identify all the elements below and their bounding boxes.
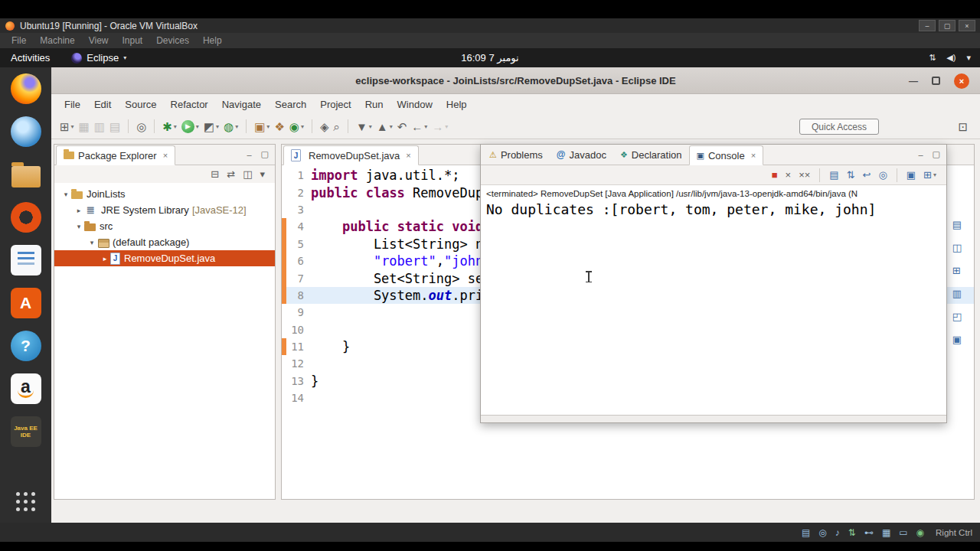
coverage-icon[interactable]: ◩▾ [204, 121, 219, 132]
console-horizontal-scrollbar[interactable] [481, 415, 946, 422]
tree-item-joinlists[interactable]: ▾JoinLists [54, 186, 275, 202]
vbox-minimize-button[interactable]: – [919, 20, 936, 31]
clear-console-icon[interactable]: ▤ [829, 170, 838, 180]
eclipse-menu-navigate[interactable]: Navigate [215, 99, 268, 110]
dock-thunderbird[interactable] [8, 116, 44, 148]
minimized-view-2-icon[interactable]: ◫ [952, 242, 962, 253]
tab-declaration[interactable]: ❖Declaration [613, 145, 689, 165]
volume-icon[interactable]: ◀) [946, 53, 956, 63]
eclipse-menu-run[interactable]: Run [358, 99, 390, 110]
close-tab-icon[interactable]: × [751, 151, 756, 160]
eclipse-menu-source[interactable]: Source [118, 99, 163, 110]
audio-icon[interactable]: ♪ [835, 527, 840, 538]
dock-rhythmbox[interactable] [8, 201, 44, 233]
close-button[interactable]: × [954, 73, 969, 89]
word-wrap-icon[interactable]: ↩ [863, 170, 871, 180]
new-wizard-icon[interactable]: ⊞▾ [60, 121, 74, 132]
show-on-output-icon[interactable]: ▣ [906, 170, 916, 180]
link-editor-icon[interactable]: ⇄ [227, 169, 235, 179]
tab-javadoc[interactable]: @Javadoc [550, 145, 613, 165]
eclipse-menu-file[interactable]: File [57, 99, 87, 110]
eclipse-menu-refactor[interactable]: Refactor [164, 99, 215, 110]
eclipse-menu-window[interactable]: Window [390, 99, 439, 110]
console-output-area[interactable]: <terminated> RemoveDupSet [Java Applicat… [481, 185, 946, 415]
close-tab-icon[interactable]: × [406, 151, 410, 160]
back-icon[interactable]: ←▾ [411, 121, 427, 132]
activities-button[interactable]: Activities [11, 52, 50, 64]
dock-amazon[interactable] [8, 373, 44, 405]
dropdown-arrow-icon[interactable]: ▾ [445, 123, 448, 130]
vbox-close-button[interactable]: × [959, 20, 975, 31]
optical-disk-icon[interactable]: ◎ [818, 527, 826, 538]
vbox-menu-help[interactable]: Help [196, 35, 229, 46]
collapse-caret-icon[interactable]: ▾ [87, 239, 97, 246]
power-caret-icon[interactable]: ▾ [966, 53, 971, 63]
tab-problems[interactable]: ⚠Problems [482, 145, 550, 165]
scroll-lock-icon[interactable]: ⇅ [847, 170, 855, 180]
network-icon[interactable]: ⇅ [848, 527, 856, 538]
vbox-maximize-button[interactable]: ▢ [939, 20, 956, 31]
quick-access-button[interactable]: Quick Access [799, 119, 879, 135]
new-java-project-icon[interactable]: ▣▾ [254, 121, 270, 132]
app-menu-eclipse[interactable]: Eclipse ▾ [71, 52, 126, 64]
dropdown-arrow-icon[interactable]: ▾ [174, 123, 177, 130]
vbox-menu-input[interactable]: Input [116, 35, 150, 46]
dock-software[interactable] [8, 287, 44, 319]
minimized-view-5-icon[interactable]: ◰ [952, 311, 962, 322]
shared-folder-icon[interactable]: ▦ [882, 527, 890, 538]
eclipse-menu-help[interactable]: Help [439, 99, 474, 110]
network-tray-icon[interactable]: ⇅ [929, 53, 936, 63]
tree-item-src[interactable]: ▾src [54, 218, 275, 234]
dropdown-arrow-icon[interactable]: ▾ [933, 171, 936, 178]
dock-java-ee-ide[interactable]: Java EE IDE [8, 416, 44, 448]
collapse-caret-icon[interactable]: ▾ [74, 223, 84, 230]
tab-removedupset-java[interactable]: RemoveDupSet.java × [283, 145, 419, 165]
vbox-menu-file[interactable]: File [5, 35, 33, 46]
dock-show-apps[interactable] [8, 486, 44, 518]
dropdown-arrow-icon[interactable]: ▾ [71, 123, 74, 130]
dock-files[interactable] [8, 158, 44, 191]
eclipse-menu-search[interactable]: Search [268, 99, 313, 110]
maximize-view-icon[interactable]: ▢ [933, 149, 940, 159]
tree-item-jre-system-library[interactable]: ▸JRE System Library[JavaSE-12] [54, 202, 275, 218]
prev-annotation-icon[interactable]: ▲▾ [377, 121, 393, 132]
vbox-menu-devices[interactable]: Devices [149, 35, 196, 46]
dropdown-arrow-icon[interactable]: ▾ [216, 123, 219, 130]
perspective-icon[interactable]: ⊡ [958, 120, 968, 134]
collapse-caret-icon[interactable]: ▾ [60, 191, 71, 198]
dock-help[interactable] [8, 330, 44, 362]
remove-all-terminated-icon[interactable]: ×× [799, 170, 810, 180]
vbox-menu-view[interactable]: View [82, 35, 116, 46]
dropdown-arrow-icon[interactable]: ▾ [424, 123, 427, 130]
expand-caret-icon[interactable]: ▸ [74, 207, 84, 214]
minimized-view-1-icon[interactable]: ▤ [952, 219, 962, 230]
expand-caret-icon[interactable]: ▸ [100, 255, 110, 262]
minimize-view-icon[interactable]: – [918, 150, 923, 159]
minimize-button[interactable]: — [909, 76, 918, 86]
tab-package-explorer[interactable]: Package Explorer × [56, 145, 175, 165]
new-package-icon[interactable]: ❖ [274, 121, 284, 132]
run-icon[interactable]: ▶▾ [181, 120, 199, 133]
eclipse-menu-edit[interactable]: Edit [87, 99, 118, 110]
tree-item--default-package-[interactable]: ▾(default package) [54, 234, 275, 250]
skip-breakpoints-icon[interactable]: ◎ [136, 121, 146, 132]
search-icon[interactable]: ⌕ [333, 121, 339, 132]
dropdown-arrow-icon[interactable]: ▾ [301, 123, 304, 130]
hdd-icon[interactable]: ▤ [802, 527, 810, 538]
dropdown-arrow-icon[interactable]: ▾ [369, 123, 372, 130]
dropdown-arrow-icon[interactable]: ▾ [235, 123, 238, 130]
usb-icon[interactable]: ⊷ [864, 527, 874, 538]
open-type-icon[interactable]: ◈ [320, 121, 329, 132]
dropdown-arrow-icon[interactable]: ▾ [390, 123, 393, 130]
mouse-integration-icon[interactable]: ◉ [916, 527, 924, 538]
display-icon[interactable]: ▭ [899, 527, 907, 538]
dropdown-arrow-icon[interactable]: ▾ [196, 123, 199, 130]
pin-console-icon[interactable]: ◎ [878, 170, 887, 180]
remove-launch-icon[interactable]: × [786, 170, 792, 180]
new-class-icon[interactable]: ◉▾ [289, 121, 304, 132]
maximize-button[interactable] [932, 77, 940, 85]
minimized-view-6-icon[interactable]: ▣ [952, 334, 962, 345]
eclipse-menu-project[interactable]: Project [313, 99, 358, 110]
debug-icon[interactable]: ✱▾ [162, 121, 177, 132]
vbox-menu-machine[interactable]: Machine [33, 35, 81, 46]
